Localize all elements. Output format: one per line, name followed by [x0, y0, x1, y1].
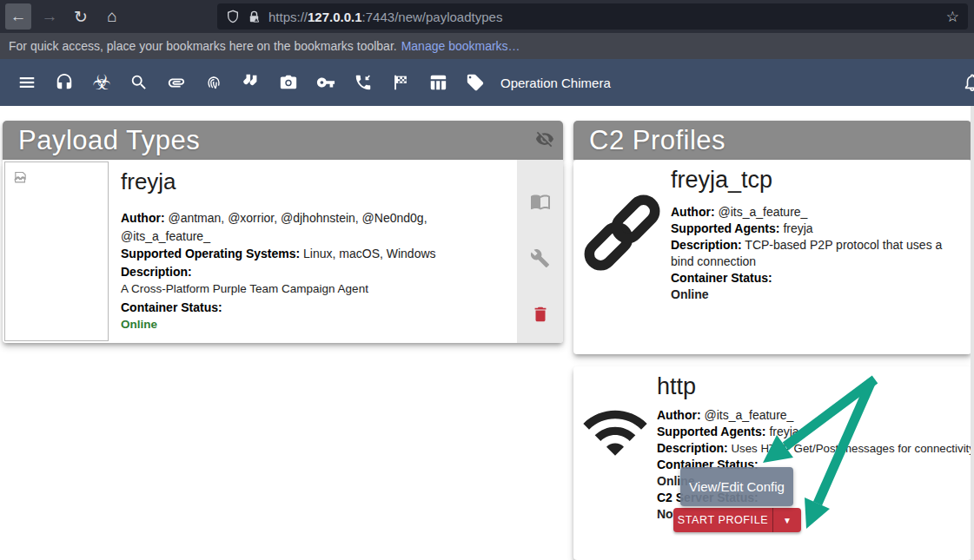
bookmark-star-icon[interactable]: ☆	[946, 8, 959, 26]
documentation-book-icon[interactable]	[530, 191, 551, 215]
socks-icon[interactable]	[241, 72, 262, 93]
menu-icon[interactable]	[17, 72, 37, 93]
payload-card-actions	[517, 160, 563, 343]
screen: ← → ↻ ⌂ https://127.0.0.1:7443/new/paylo…	[0, 0, 974, 560]
chain-link-icon	[573, 160, 671, 354]
payload-author-line: Author: @antman, @xorrior, @djhohnstein,…	[121, 209, 512, 245]
c2-author-line: Author: @its_a_feature_	[671, 204, 963, 221]
build-wrench-icon[interactable]	[530, 248, 550, 272]
checkered-flag-icon[interactable]	[390, 72, 411, 93]
payload-container-status-label: Container Status:	[121, 299, 512, 317]
key-icon[interactable]	[315, 72, 336, 93]
browser-toolbar: ← → ↻ ⌂ https://127.0.0.1:7443/new/paylo…	[0, 0, 974, 33]
bookmarks-bar: For quick access, place your bookmarks h…	[0, 33, 974, 59]
bookmarks-hint: For quick access, place your bookmarks h…	[9, 39, 397, 53]
camera-icon[interactable]	[278, 72, 299, 93]
c2-description-line: Description: TCP-based P2P protocol that…	[671, 237, 963, 270]
payload-os-line: Supported Operating Systems: Linux, macO…	[121, 245, 512, 263]
payload-types-title: Payload Types	[3, 125, 200, 156]
c2-card-freyja-tcp: freyja_tcp Author: @its_a_feature_ Suppo…	[573, 160, 971, 354]
manage-bookmarks-link[interactable]: Manage bookmarks…	[401, 39, 520, 53]
c2-profile-name: http	[657, 373, 974, 400]
payload-card-freyja: freyja Author: @antman, @xorrior, @djhoh…	[3, 160, 563, 343]
page-content: Payload Types freyja Author: @antman, @x…	[0, 106, 974, 560]
payload-description: A Cross-Platform Purple Team Campaign Ag…	[121, 280, 512, 299]
c2-container-status-label: Container Status:	[671, 270, 963, 287]
wifi-icon	[573, 366, 657, 560]
payload-image-box	[4, 161, 109, 341]
c2-profiles-header: C2 Profiles	[573, 121, 971, 160]
c2-profile-name: freyja_tcp	[671, 167, 971, 194]
forward-button[interactable]: →	[36, 3, 63, 30]
phone-callback-icon[interactable]	[353, 72, 374, 93]
url-bar[interactable]: https://127.0.0.1:7443/new/payloadtypes …	[217, 3, 968, 30]
scrollbar-track[interactable]	[971, 106, 974, 560]
c2-card-http: http Author: @its_a_feature_ Supported A…	[573, 366, 971, 560]
bell-icon[interactable]	[962, 72, 974, 93]
payload-name: freyja	[121, 168, 512, 195]
payload-container-status: Online	[121, 316, 512, 334]
back-button[interactable]: ←	[5, 3, 31, 30]
c2-description-line: Description: Uses HTTP Get/Post messages…	[657, 440, 974, 457]
c2-card-body: freyja_tcp Author: @its_a_feature_ Suppo…	[671, 160, 971, 354]
view-edit-config-tooltip: View/Edit Config	[680, 467, 793, 506]
start-profile-label: START PROFILE	[673, 514, 772, 526]
payload-types-header: Payload Types	[3, 121, 563, 160]
home-button[interactable]: ⌂	[99, 3, 125, 30]
app-toolbar: ☣	[0, 59, 974, 106]
operation-name[interactable]: Operation Chimera	[500, 76, 611, 90]
payload-card-body: freyja Author: @antman, @xorrior, @djhoh…	[109, 160, 517, 343]
url-text: https://127.0.0.1:7443/new/payloadtypes	[268, 10, 502, 24]
fingerprint-icon[interactable]	[203, 72, 224, 93]
payload-description-label: Description:	[121, 263, 512, 281]
start-profile-button[interactable]: START PROFILE ▼	[673, 508, 801, 532]
attachment-icon[interactable]	[166, 72, 187, 93]
headset-icon[interactable]	[54, 72, 75, 93]
lock-warning-icon[interactable]	[248, 10, 261, 23]
dropdown-caret-icon[interactable]: ▼	[772, 508, 801, 532]
c2-agents-line: Supported Agents: freyja	[657, 424, 949, 440]
table-icon[interactable]	[427, 72, 448, 93]
tag-icon[interactable]	[465, 72, 486, 93]
hide-panel-eye-icon[interactable]	[535, 129, 554, 152]
delete-trash-icon[interactable]	[531, 305, 550, 327]
biohazard-icon[interactable]: ☣	[91, 72, 112, 93]
c2-agents-line: Supported Agents: freyja	[671, 221, 963, 237]
reload-button[interactable]: ↻	[68, 3, 94, 30]
c2-profiles-title: C2 Profiles	[573, 125, 726, 156]
broken-image-icon	[13, 170, 28, 185]
c2-author-line: Author: @its_a_feature_	[657, 407, 949, 424]
shield-icon[interactable]	[226, 10, 240, 23]
search-icon[interactable]	[129, 72, 149, 93]
c2-container-status: Online	[671, 287, 963, 303]
